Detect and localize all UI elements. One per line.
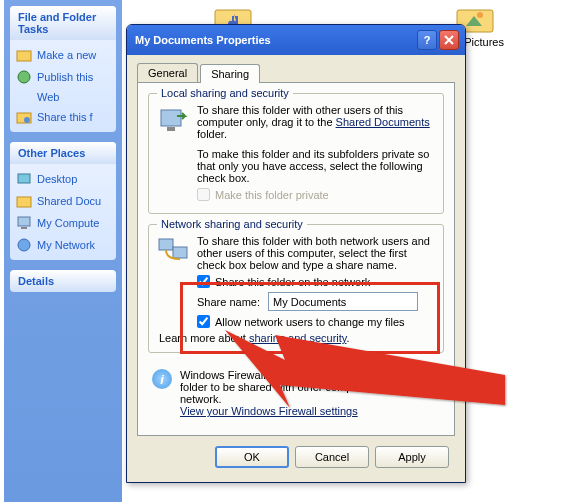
place-my-computer[interactable]: My Compute	[16, 212, 110, 234]
share-folder-icon	[16, 109, 32, 125]
cancel-button[interactable]: Cancel	[295, 446, 369, 468]
svg-rect-5	[17, 197, 31, 207]
learn-more-text: Learn more about	[159, 332, 249, 344]
task-group-places: Other Places Desktop Shared Docu My Comp…	[10, 142, 116, 260]
learn-more-link[interactable]: sharing and security	[249, 332, 347, 344]
group-network-legend: Network sharing and security	[157, 218, 307, 230]
dialog-titlebar[interactable]: My Documents Properties ?	[127, 25, 465, 55]
share-name-row: Share name:	[197, 292, 435, 311]
info-icon: i	[152, 369, 172, 389]
place-shared-docs[interactable]: Shared Docu	[16, 190, 110, 212]
task-publish[interactable]: Publish this	[16, 66, 110, 88]
network-text1: To share this folder with both network u…	[197, 235, 430, 271]
apply-button[interactable]: Apply	[375, 446, 449, 468]
tab-general[interactable]: General	[137, 63, 198, 82]
globe-icon	[16, 69, 32, 85]
checkbox-allow-label: Allow network users to change my files	[215, 316, 405, 328]
checkbox-share-network[interactable]	[197, 275, 210, 288]
tab-content-sharing: Local sharing and security To share this…	[137, 82, 455, 436]
titlebar-help-button[interactable]: ?	[417, 30, 437, 50]
firewall-text: Windows Firewall will be configured to a…	[180, 369, 440, 405]
firewall-settings-link[interactable]: View your Windows Firewall settings	[180, 405, 358, 417]
folder-new-icon	[16, 47, 32, 63]
svg-rect-7	[21, 227, 27, 229]
task-header-file[interactable]: File and Folder Tasks	[10, 6, 116, 40]
computer-icon	[16, 215, 32, 231]
place-desktop[interactable]: Desktop	[16, 168, 110, 190]
group-network-sharing: Network sharing and security To share th…	[148, 224, 444, 353]
checkbox-private-label: Make this folder private	[215, 189, 329, 201]
svg-rect-4	[18, 174, 30, 183]
tab-row: General Sharing	[137, 63, 455, 82]
checkbox-allow-change[interactable]	[197, 315, 210, 328]
svg-rect-13	[161, 110, 181, 126]
task-header-details[interactable]: Details	[10, 270, 116, 292]
ok-button[interactable]: OK	[215, 446, 289, 468]
svg-rect-0	[17, 51, 31, 61]
checkbox-make-private	[197, 188, 210, 201]
checkbox-share-label: Share this folder on the network	[215, 276, 370, 288]
svg-rect-14	[167, 127, 175, 131]
dialog-title: My Documents Properties	[135, 34, 271, 46]
place-label: My Network	[37, 239, 95, 251]
firewall-info: i Windows Firewall will be configured to…	[148, 363, 444, 423]
titlebar-close-button[interactable]	[439, 30, 459, 50]
network-share-icon	[157, 235, 189, 267]
task-group-file: File and Folder Tasks Make a new Publish…	[10, 6, 116, 132]
local-share-icon	[157, 104, 189, 136]
svg-rect-16	[173, 247, 187, 258]
svg-rect-15	[159, 239, 173, 250]
group-local-sharing: Local sharing and security To share this…	[148, 93, 444, 214]
task-share[interactable]: Share this f	[16, 106, 110, 128]
explorer-task-pane: File and Folder Tasks Make a new Publish…	[4, 0, 122, 502]
network-icon	[16, 237, 32, 253]
svg-point-3	[24, 117, 30, 123]
local-text1b: folder.	[197, 128, 227, 140]
svg-rect-6	[18, 217, 30, 226]
local-text2: To make this folder and its subfolders p…	[197, 148, 429, 184]
share-name-label: Share name:	[197, 296, 260, 308]
checkbox-allow-change-row: Allow network users to change my files	[197, 315, 435, 328]
place-label: My Compute	[37, 217, 99, 229]
properties-dialog: My Documents Properties ? General Sharin…	[126, 24, 466, 483]
close-icon	[444, 35, 454, 45]
share-name-input[interactable]	[268, 292, 418, 311]
svg-point-8	[18, 239, 30, 251]
dialog-button-row: OK Cancel Apply	[137, 436, 455, 472]
task-group-details: Details	[10, 270, 116, 292]
task-label: Share this f	[37, 111, 93, 123]
group-local-legend: Local sharing and security	[157, 87, 293, 99]
shared-documents-link[interactable]: Shared Documents	[336, 116, 430, 128]
folder-icon	[16, 193, 32, 209]
task-label: Web	[37, 91, 59, 103]
svg-point-12	[477, 12, 483, 18]
desktop-icon	[16, 171, 32, 187]
task-label: Make a new	[37, 49, 96, 61]
place-my-network[interactable]: My Network	[16, 234, 110, 256]
place-label: Shared Docu	[37, 195, 101, 207]
tab-sharing[interactable]: Sharing	[200, 64, 260, 83]
task-publish-web: Web	[16, 88, 110, 106]
place-label: Desktop	[37, 173, 77, 185]
task-label: Publish this	[37, 71, 93, 83]
checkbox-make-private-row: Make this folder private	[197, 188, 435, 201]
checkbox-share-network-row: Share this folder on the network	[197, 275, 435, 288]
task-header-places[interactable]: Other Places	[10, 142, 116, 164]
task-new-folder[interactable]: Make a new	[16, 44, 110, 66]
svg-point-1	[18, 71, 30, 83]
